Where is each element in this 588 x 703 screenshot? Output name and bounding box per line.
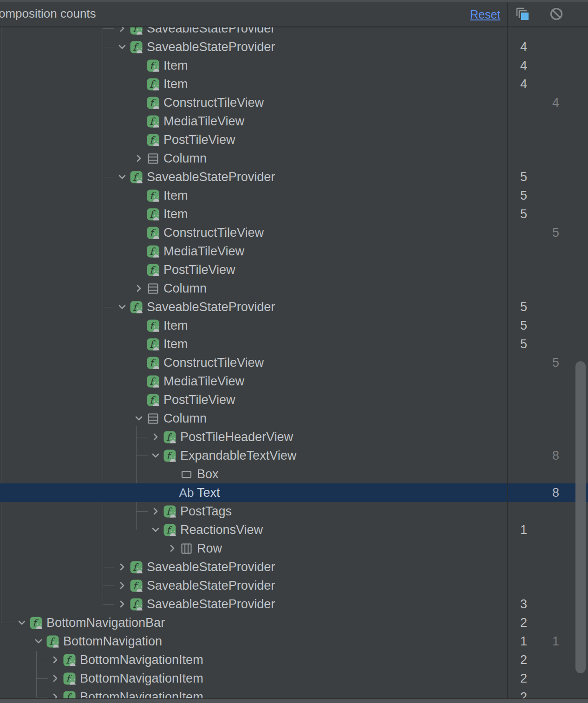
tree-row[interactable]: Row	[0, 539, 588, 558]
tree-row[interactable]: Box	[0, 465, 588, 483]
chevron-down-icon[interactable]	[150, 449, 162, 462]
tree-row[interactable]: f BottomNavigationItem2	[0, 669, 588, 688]
node-label: SaveableStateProvider	[147, 597, 275, 612]
chevron-down-icon[interactable]	[116, 171, 128, 183]
row-layout-icon	[180, 542, 193, 555]
composable-function-icon: f	[147, 59, 159, 72]
tree-row[interactable]: f BottomNavigation11	[0, 632, 588, 651]
block-icon[interactable]	[547, 6, 566, 22]
tree-row[interactable]: f ReactionsView1	[0, 521, 588, 539]
chevron-right-icon[interactable]	[133, 152, 145, 164]
tree-row[interactable]: f PostTileView	[0, 130, 588, 149]
chevron-down-icon[interactable]	[116, 41, 128, 53]
chevron-down-icon[interactable]	[150, 524, 162, 536]
node-label: Column	[163, 151, 207, 166]
node-label: PostTileView	[163, 263, 235, 277]
tree-row[interactable]: f PostTags	[0, 502, 588, 521]
chevron-right-icon[interactable]	[116, 561, 128, 573]
skip-count: 8	[552, 483, 559, 502]
recomposition-count: 3	[520, 595, 527, 613]
tree-row[interactable]: f PostTileView	[0, 260, 588, 279]
tree-row[interactable]: f SaveableStateProvider5	[0, 298, 588, 316]
chevron-down-icon[interactable]	[133, 412, 145, 424]
tree-row[interactable]: f SaveableStateProvider3	[0, 595, 588, 613]
tree-row[interactable]: f Item5	[0, 205, 588, 223]
tree-row[interactable]: Column	[0, 409, 588, 428]
composable-function-icon: f	[147, 338, 159, 351]
tree-row[interactable]: f Item5	[0, 316, 588, 335]
tree-row[interactable]: f PostTileHeaderView	[0, 428, 588, 446]
chevron-right-icon[interactable]	[116, 26, 128, 34]
composable-function-icon: f	[130, 41, 143, 53]
node-label: MediaTileView	[163, 114, 244, 129]
node-label: ConstructTileView	[163, 226, 264, 240]
chevron-right-icon[interactable]	[49, 672, 61, 684]
tree-row[interactable]: f SaveableStateProvider	[0, 26, 588, 38]
panel-top-border	[0, 0, 588, 2]
chevron-spacer	[133, 189, 145, 202]
node-label: MediaTileView	[163, 374, 244, 389]
chevron-right-icon[interactable]	[166, 542, 178, 554]
tree-row[interactable]: Column	[0, 279, 588, 298]
tree-row[interactable]: f SaveableStateProvider	[0, 558, 588, 576]
node-label: Column	[163, 281, 207, 296]
chevron-right-icon[interactable]	[150, 431, 162, 443]
tree-row[interactable]: f MediaTileView	[0, 372, 588, 391]
chevron-down-icon[interactable]	[16, 617, 28, 629]
node-label: ConstructTileView	[163, 356, 264, 370]
chevron-right-icon[interactable]	[133, 282, 145, 294]
node-label: BottomNavigationItem	[80, 653, 203, 667]
chevron-down-icon[interactable]	[33, 635, 45, 647]
tree-row[interactable]: f MediaTileView	[0, 242, 588, 260]
tree-row[interactable]: f ConstructTileView5	[0, 223, 588, 242]
tree-row[interactable]: AbText8	[0, 483, 588, 502]
vertical-scrollbar[interactable]	[575, 361, 586, 673]
chevron-spacer	[133, 97, 145, 109]
composable-function-icon: f	[30, 617, 42, 629]
reset-button[interactable]: Reset	[470, 8, 500, 21]
tree-row[interactable]: f ExpandableTextView8	[0, 446, 588, 465]
chevron-down-icon[interactable]	[116, 301, 128, 313]
chevron-right-icon[interactable]	[49, 654, 61, 666]
node-label: BottomNavigationBar	[46, 616, 165, 630]
chevron-right-icon[interactable]	[116, 598, 128, 610]
chevron-right-icon[interactable]	[150, 505, 162, 517]
chevron-spacer	[133, 357, 145, 369]
tree-row[interactable]: f Item4	[0, 56, 588, 75]
chevron-right-icon[interactable]	[116, 579, 128, 592]
composable-function-icon: f	[130, 598, 143, 611]
tree-row[interactable]: f Item5	[0, 186, 588, 205]
chevron-spacer	[133, 227, 145, 239]
node-label: Item	[163, 77, 188, 91]
tree-row[interactable]: f ConstructTileView4	[0, 93, 588, 112]
tree-row[interactable]: f SaveableStateProvider4	[0, 38, 588, 56]
composable-function-icon: f	[63, 672, 76, 685]
tree-row[interactable]: f PostTileView	[0, 391, 588, 409]
tree-row[interactable]: Column	[0, 149, 588, 168]
composable-function-icon: f	[147, 189, 159, 202]
node-label: SaveableStateProvider	[147, 26, 275, 36]
node-label: PostTags	[180, 504, 232, 519]
panel-bottom-border	[0, 698, 588, 703]
tree-row[interactable]: f SaveableStateProvider5	[0, 168, 588, 186]
node-label: Item	[163, 59, 188, 73]
composable-function-icon: f	[147, 78, 159, 91]
recomposition-count: 2	[520, 669, 527, 688]
composable-function-icon: f	[130, 301, 143, 313]
tree-row[interactable]: f BottomNavigationItem2	[0, 651, 588, 669]
tree-row[interactable]: f SaveableStateProvider	[0, 576, 588, 595]
composable-function-icon: f	[63, 654, 76, 666]
tree-row[interactable]: f ConstructTileView5	[0, 353, 588, 372]
composable-function-icon: f	[147, 134, 159, 146]
composable-function-icon: f	[163, 431, 176, 443]
tree-row[interactable]: f MediaTileView	[0, 112, 588, 130]
tree-row[interactable]: f Item4	[0, 75, 588, 93]
box-icon	[180, 468, 193, 481]
node-label: ConstructTileView	[163, 96, 264, 110]
tree-row[interactable]: f BottomNavigationBar2	[0, 613, 588, 632]
tree-row[interactable]: f Item5	[0, 335, 588, 353]
node-label: SaveableStateProvider	[147, 579, 275, 593]
composable-function-icon: f	[147, 245, 159, 258]
copy-layers-icon[interactable]	[513, 6, 531, 22]
node-label: PostTileView	[163, 393, 235, 407]
